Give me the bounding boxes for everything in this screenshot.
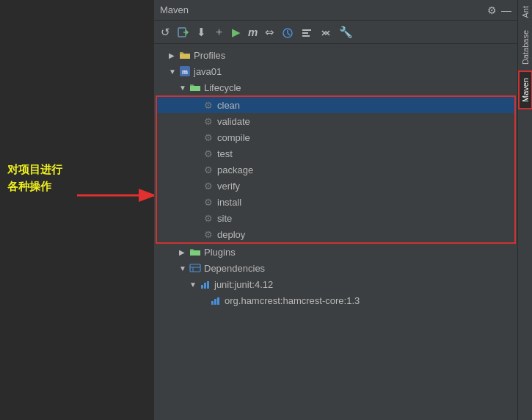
test-label: test bbox=[217, 148, 233, 159]
dependencies-svg bbox=[189, 262, 201, 274]
deploy-gear-icon: ⚙ bbox=[203, 228, 214, 240]
tree-item-clean[interactable]: ⚙ clean bbox=[157, 97, 514, 113]
reimport-icon bbox=[178, 26, 189, 38]
settings-icon[interactable]: ⚙ bbox=[487, 4, 497, 16]
maven-panel: Maven ⚙ — ↺ ⬇ ＋ ▶ m ⇔ bbox=[154, 0, 517, 420]
svg-rect-6 bbox=[302, 35, 310, 37]
package-label: package bbox=[217, 164, 253, 175]
tree-item-package[interactable]: ⚙ package bbox=[157, 162, 514, 178]
download-button[interactable]: ⬇ bbox=[194, 24, 208, 40]
lifecycle-group: ⚙ clean ⚙ validate ⚙ compile bbox=[156, 95, 516, 244]
clean-gear-icon: ⚙ bbox=[203, 99, 214, 111]
install-gear-icon: ⚙ bbox=[203, 196, 214, 208]
svg-rect-16 bbox=[214, 299, 216, 305]
tree-item-site[interactable]: ⚙ site bbox=[157, 210, 514, 226]
tab-maven[interactable]: Maven bbox=[518, 70, 533, 109]
validate-label: validate bbox=[217, 116, 250, 127]
panel-header: Maven ⚙ — bbox=[154, 0, 517, 21]
tree-item-deploy[interactable]: ⚙ deploy bbox=[157, 226, 514, 242]
profiles-label: Profiles bbox=[194, 50, 225, 61]
collapse-icon bbox=[320, 27, 332, 39]
ant-tab-label: Ant bbox=[521, 6, 530, 18]
right-tabs: Ant Database Maven bbox=[517, 0, 532, 420]
deploy-label: deploy bbox=[217, 229, 245, 240]
junit-arrow: ▼ bbox=[189, 280, 200, 289]
tree-item-verify[interactable]: ⚙ verify bbox=[157, 178, 514, 194]
profiles-arrow: ▶ bbox=[169, 51, 179, 59]
svg-rect-15 bbox=[211, 301, 214, 305]
plugins-label: Plugins bbox=[204, 247, 236, 258]
tree-item-dependencies[interactable]: ▼ Dependencies bbox=[154, 260, 517, 276]
plugins-folder-svg bbox=[189, 247, 201, 257]
run-button[interactable]: ▶ bbox=[230, 24, 243, 40]
toggle-button[interactable]: ⇔ bbox=[263, 24, 277, 40]
svg-rect-13 bbox=[204, 283, 206, 289]
tree-item-validate[interactable]: ⚙ validate bbox=[157, 113, 514, 129]
tree-item-profiles[interactable]: ▶ Profiles bbox=[154, 47, 517, 63]
tree-item-java01[interactable]: ▼ m java01 bbox=[154, 63, 517, 79]
package-gear-icon: ⚙ bbox=[203, 164, 214, 175]
tab-database[interactable]: Database bbox=[520, 24, 531, 70]
tree-item-install[interactable]: ⚙ install bbox=[157, 194, 514, 210]
dependencies-arrow: ▼ bbox=[179, 264, 189, 272]
tree-item-plugins[interactable]: ▶ Plugins bbox=[154, 244, 517, 260]
verify-gear-icon: ⚙ bbox=[203, 180, 214, 192]
lifecycle-label: Lifecycle bbox=[204, 82, 241, 93]
folder-svg bbox=[179, 50, 191, 60]
collapse-button[interactable] bbox=[318, 23, 334, 40]
tree-item-lifecycle[interactable]: ▼ Lifecycle bbox=[154, 79, 517, 95]
lifecycle-folder-icon bbox=[189, 82, 201, 93]
hamcrest-label: org.hamcrest:hamcrest-core:1.3 bbox=[225, 295, 360, 306]
site-gear-icon: ⚙ bbox=[203, 212, 214, 224]
database-tab-label: Database bbox=[521, 30, 530, 65]
lifecycle-arrow: ▼ bbox=[179, 84, 189, 92]
tree-item-hamcrest[interactable]: org.hamcrest:hamcrest-core:1.3 bbox=[154, 292, 517, 308]
svg-rect-9 bbox=[190, 264, 200, 272]
site-label: site bbox=[217, 213, 232, 224]
dependencies-label: Dependencies bbox=[204, 263, 265, 274]
maven-tab-label: Maven bbox=[521, 78, 530, 102]
java01-arrow: ▼ bbox=[169, 68, 179, 76]
maven-button[interactable]: m bbox=[246, 24, 260, 40]
annotation-area: 对项目进行各种操作 bbox=[0, 0, 154, 420]
hamcrest-dep-icon bbox=[210, 294, 222, 306]
module-svg: m bbox=[179, 65, 191, 77]
tree-item-test[interactable]: ⚙ test bbox=[157, 145, 514, 162]
tree-item-junit[interactable]: ▼ junit:junit:4.12 bbox=[154, 276, 517, 292]
clean-label: clean bbox=[217, 100, 240, 111]
align-icon bbox=[301, 27, 313, 39]
add-button[interactable]: ＋ bbox=[211, 23, 227, 40]
validate-gear-icon: ⚙ bbox=[203, 115, 214, 127]
junit-label: junit:junit:4.12 bbox=[214, 279, 273, 290]
panel-title: Maven bbox=[160, 4, 189, 15]
profiles-folder-icon bbox=[179, 49, 191, 61]
java01-label: java01 bbox=[194, 66, 222, 77]
wrench-button[interactable]: 🔧 bbox=[337, 24, 355, 40]
lifecycle-icon-btn bbox=[282, 27, 294, 39]
svg-text:m: m bbox=[182, 68, 188, 76]
dependencies-icon bbox=[189, 262, 201, 274]
lifecycle-folder-svg bbox=[189, 82, 201, 93]
toolbar: ↺ ⬇ ＋ ▶ m ⇔ bbox=[154, 21, 517, 44]
test-gear-icon: ⚙ bbox=[203, 148, 214, 159]
bar-chart-svg bbox=[200, 279, 211, 289]
lifecycle-button[interactable] bbox=[280, 23, 296, 40]
minimize-icon[interactable]: — bbox=[501, 4, 511, 16]
junit-dep-icon bbox=[200, 278, 211, 290]
plugins-arrow: ▶ bbox=[179, 248, 189, 256]
header-icons: ⚙ — bbox=[487, 4, 511, 16]
annotation-arrow bbox=[77, 182, 165, 209]
java01-module-icon: m bbox=[179, 65, 191, 77]
annotation-text: 对项目进行各种操作 bbox=[7, 162, 62, 195]
tree-item-compile[interactable]: ⚙ compile bbox=[157, 129, 514, 145]
plugins-folder-icon bbox=[189, 246, 201, 258]
compile-label: compile bbox=[217, 132, 250, 143]
reimport-button[interactable] bbox=[175, 24, 192, 40]
compile-gear-icon: ⚙ bbox=[203, 131, 214, 143]
tab-ant[interactable]: Ant bbox=[520, 0, 531, 24]
svg-rect-5 bbox=[302, 32, 308, 34]
align-button[interactable] bbox=[299, 23, 315, 40]
refresh-button[interactable]: ↺ bbox=[158, 24, 172, 40]
svg-rect-12 bbox=[201, 285, 203, 289]
svg-rect-14 bbox=[207, 281, 209, 289]
